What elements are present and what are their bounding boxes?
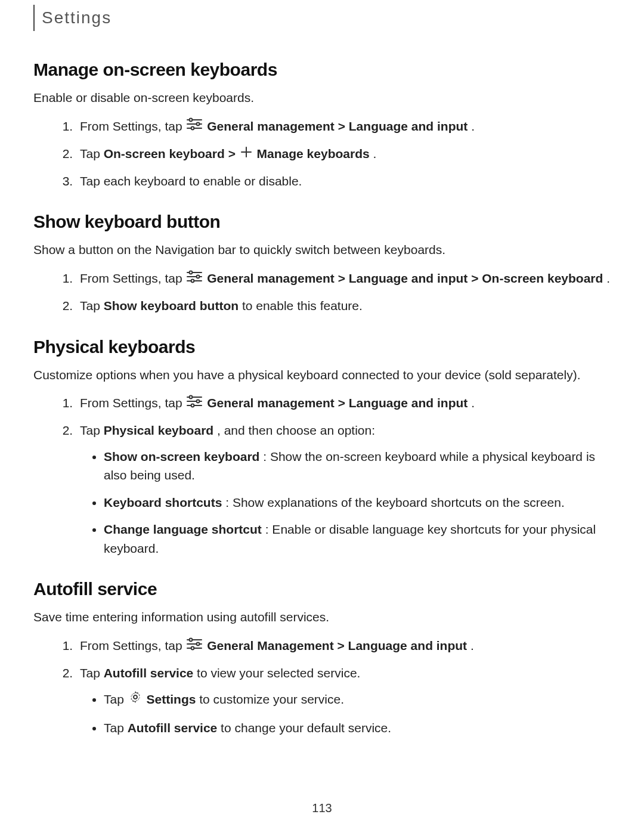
section-desc: Save time entering information using aut…	[33, 608, 611, 627]
section-desc: Show a button on the Navigation bar to q…	[33, 240, 611, 259]
text: to customize your service.	[199, 692, 344, 706]
steps-list: From Settings, tap General management > …	[33, 269, 611, 315]
text: Tap	[80, 299, 104, 312]
label: On-screen keyboard	[482, 271, 603, 285]
separator: >	[338, 271, 349, 285]
svg-point-24	[197, 642, 200, 645]
bullet-item: Show on-screen keyboard : Show the on-sc…	[104, 447, 611, 485]
sub-bullets: Tap Settings to customize your service. …	[80, 690, 611, 738]
text: From Settings, tap	[80, 396, 185, 410]
label: Show keyboard button	[104, 299, 239, 312]
text: to enable this feature.	[242, 299, 363, 312]
svg-point-17	[190, 395, 193, 398]
label: General Management	[207, 639, 333, 652]
text: to view your selected service.	[197, 666, 360, 680]
label: Manage keyboards	[257, 147, 370, 160]
step-item: From Settings, tap General management > …	[76, 269, 611, 289]
label: General management	[207, 119, 335, 133]
text: Tap	[104, 721, 128, 735]
label: Physical keyboard	[104, 423, 213, 437]
step-item: Tap On-screen keyboard > Manage keyboard…	[76, 144, 611, 165]
sub-bullets: Show on-screen keyboard : Show the on-sc…	[80, 447, 611, 558]
svg-point-19	[191, 404, 194, 407]
text: From Settings, tap	[80, 639, 185, 652]
label: On-screen keyboard	[104, 147, 225, 160]
step-item: From Settings, tap General Management > …	[76, 636, 611, 657]
text: Tap	[80, 423, 104, 437]
separator: >	[338, 639, 348, 652]
text: Tap	[80, 666, 104, 680]
label: Language and input	[348, 639, 467, 652]
step-item: From Settings, tap General management > …	[76, 394, 611, 414]
text: Tap	[80, 147, 104, 160]
text: Tap	[104, 692, 128, 706]
sliders-icon	[187, 637, 202, 656]
svg-point-25	[191, 646, 194, 649]
section-title-manage-keyboards: Manage on-screen keyboards	[33, 60, 611, 80]
bullet-item: Tap Autofill service to change your defa…	[104, 719, 611, 738]
label: Language and input	[349, 271, 468, 285]
label: Language and input	[349, 119, 468, 133]
svg-point-23	[190, 638, 193, 641]
steps-list: From Settings, tap General Management > …	[33, 636, 611, 737]
label: Autofill service	[128, 721, 218, 735]
svg-point-11	[190, 271, 193, 274]
gear-icon	[129, 690, 142, 709]
svg-point-3	[190, 119, 193, 122]
svg-point-18	[197, 400, 200, 402]
label: Autofill service	[104, 666, 194, 680]
text: From Settings, tap	[80, 271, 185, 285]
breadcrumb: Settings	[33, 5, 611, 31]
sliders-icon	[187, 117, 202, 136]
step-item: Tap Autofill service to view your select…	[76, 664, 611, 737]
label: Change language shortcut	[104, 522, 262, 536]
bullet-item: Keyboard shortcuts : Show explanations o…	[104, 493, 611, 512]
separator: >	[471, 271, 482, 285]
label: General management	[207, 396, 335, 410]
label: Keyboard shortcuts	[104, 496, 222, 509]
page-header: Settings	[42, 8, 112, 27]
text: , and then choose an option:	[217, 423, 375, 437]
svg-point-5	[191, 127, 194, 130]
step-item: From Settings, tap General management > …	[76, 117, 611, 137]
page-number: 113	[0, 801, 644, 815]
section-title-show-keyboard-button: Show keyboard button	[33, 212, 611, 232]
step-item: Tap Show keyboard button to enable this …	[76, 296, 611, 315]
label: Show on-screen keyboard	[104, 450, 259, 463]
sliders-icon	[187, 270, 202, 289]
step-item: Tap Physical keyboard , and then choose …	[76, 421, 611, 558]
steps-list: From Settings, tap General management > …	[33, 117, 611, 191]
svg-point-13	[191, 279, 194, 282]
bullet-item: Tap Settings to customize your service.	[104, 690, 611, 710]
separator: >	[338, 396, 349, 410]
label: Language and input	[349, 396, 468, 410]
steps-list: From Settings, tap General management > …	[33, 394, 611, 558]
label: Settings	[147, 692, 196, 706]
label: General management	[207, 271, 335, 285]
svg-point-4	[197, 123, 200, 126]
text: : Show explanations of the keyboard shor…	[225, 496, 565, 509]
text: .	[606, 271, 610, 285]
text: .	[373, 147, 377, 160]
section-title-physical-keyboards: Physical keyboards	[33, 337, 611, 357]
text: .	[470, 639, 474, 652]
text: .	[471, 119, 475, 133]
separator: >	[228, 147, 239, 160]
section-title-autofill-service: Autofill service	[33, 579, 611, 599]
svg-point-12	[197, 275, 200, 278]
separator: >	[338, 119, 349, 133]
plus-icon	[240, 144, 252, 163]
step-item: Tap each keyboard to enable or disable.	[76, 172, 611, 191]
text: From Settings, tap	[80, 119, 185, 133]
section-desc: Enable or disable on-screen keyboards.	[33, 88, 611, 107]
sliders-icon	[187, 394, 202, 413]
bullet-item: Change language shortcut : Enable or dis…	[104, 520, 611, 558]
text: to change your default service.	[221, 721, 391, 735]
section-desc: Customize options when you have a physic…	[33, 366, 611, 385]
text: .	[471, 396, 475, 410]
